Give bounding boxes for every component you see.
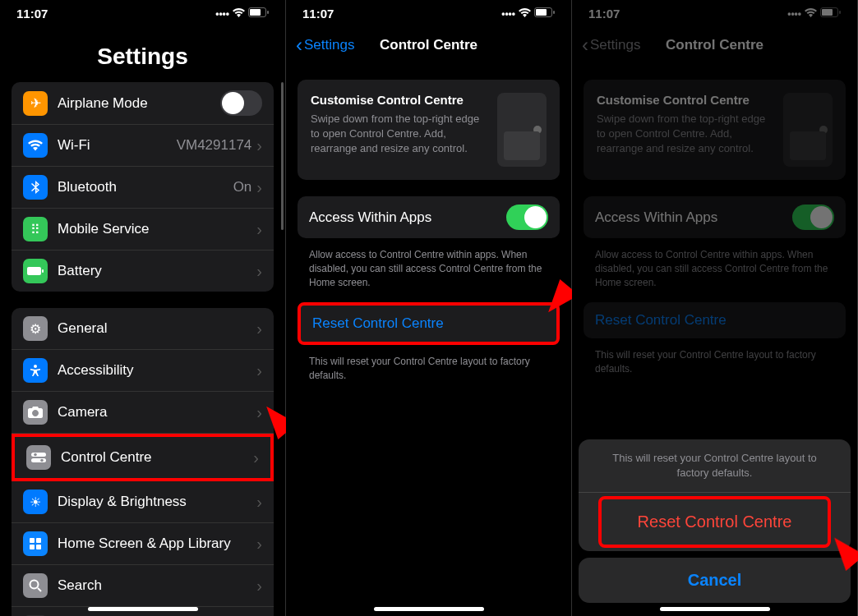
nav-title: Control Centre xyxy=(380,37,477,53)
home-indicator[interactable] xyxy=(88,607,198,611)
nav-bar: ‹ Settings Control Centre xyxy=(572,27,857,63)
accessibility-label: Accessibility xyxy=(58,362,256,379)
svg-point-5 xyxy=(34,365,37,368)
svg-rect-23 xyxy=(553,11,555,14)
airplane-toggle[interactable] xyxy=(220,90,262,116)
chevron-icon: › xyxy=(256,493,262,512)
status-time: 11:07 xyxy=(302,7,334,21)
chevron-icon: › xyxy=(256,361,262,380)
access-within-apps-row: Access Within Apps xyxy=(584,196,846,238)
chevron-icon: › xyxy=(256,220,262,239)
control-centre-screen: 11:07 •••• ‹ Settings Control Centre Cus… xyxy=(286,0,572,616)
battery-icon xyxy=(820,7,841,20)
access-toggle xyxy=(792,205,834,230)
status-bar: 11:07 •••• xyxy=(286,0,571,27)
reset-button: Reset Control Centre xyxy=(584,302,846,338)
settings-screen: 11:07 •••• Settings ✈ Airplane Mode Wi-F… xyxy=(0,0,286,616)
control-centre-row[interactable]: Control Centre › xyxy=(12,434,274,481)
nav-bar: ‹ Settings Control Centre xyxy=(286,27,571,63)
display-row[interactable]: ☀ Display & Brightness › xyxy=(12,481,274,523)
home-screen-row[interactable]: Home Screen & App Library › xyxy=(12,523,274,565)
bluetooth-value: On xyxy=(233,179,252,195)
svg-point-9 xyxy=(40,459,44,462)
home-indicator[interactable] xyxy=(660,607,770,611)
svg-point-8 xyxy=(34,453,37,457)
battery-icon xyxy=(248,7,269,20)
reset-section: Reset Control Centre xyxy=(298,302,560,345)
wifi-row[interactable]: Wi-Fi VM4291174 › xyxy=(12,125,274,167)
reset-description: This will reset your Control Centre layo… xyxy=(298,350,560,396)
svg-rect-22 xyxy=(536,9,547,16)
sheet-reset-button[interactable]: Reset Control Centre xyxy=(598,496,831,548)
reset-button[interactable]: Reset Control Centre xyxy=(301,306,556,342)
control-centre-icon xyxy=(26,445,51,470)
chevron-icon: › xyxy=(256,319,262,338)
battery-icon xyxy=(534,7,555,20)
chevron-icon: › xyxy=(256,136,262,155)
wifi-icon xyxy=(233,8,245,20)
status-icons: •••• xyxy=(215,7,269,20)
chevron-left-icon: ‹ xyxy=(296,34,302,57)
mobile-row[interactable]: ⠿ Mobile Service › xyxy=(12,209,274,251)
access-description: Allow access to Control Centre within ap… xyxy=(584,243,846,302)
general-section: ⚙ General › Accessibility › Camera › xyxy=(12,308,274,616)
svg-rect-3 xyxy=(27,267,41,275)
action-sheet: This will reset your Control Centre layo… xyxy=(572,433,857,616)
svg-line-15 xyxy=(38,588,41,591)
action-sheet-screen: 11:07 •••• ‹ Settings Control Centre Cus… xyxy=(572,0,858,616)
svg-rect-12 xyxy=(30,545,35,549)
bluetooth-row[interactable]: Bluetooth On › xyxy=(12,167,274,209)
status-bar: 11:07 •••• xyxy=(0,0,285,27)
svg-rect-13 xyxy=(36,545,41,549)
access-section: Access Within Apps xyxy=(584,196,846,238)
svg-rect-2 xyxy=(267,11,269,14)
home-screen-icon xyxy=(23,531,48,556)
status-icons: •••• xyxy=(501,7,555,20)
svg-rect-4 xyxy=(42,269,44,273)
general-row[interactable]: ⚙ General › xyxy=(12,308,274,350)
access-within-apps-row[interactable]: Access Within Apps xyxy=(298,196,560,238)
airplane-icon: ✈ xyxy=(23,91,48,116)
camera-label: Camera xyxy=(58,404,256,421)
svg-rect-1 xyxy=(250,9,261,16)
svg-rect-26 xyxy=(839,11,841,14)
camera-row[interactable]: Camera › xyxy=(12,392,274,434)
accessibility-row[interactable]: Accessibility › xyxy=(12,350,274,392)
chevron-icon: › xyxy=(256,535,262,554)
sheet-cancel-button[interactable]: Cancel xyxy=(579,558,851,603)
home-screen-label: Home Screen & App Library xyxy=(58,536,256,552)
reset-section: Reset Control Centre xyxy=(584,302,846,338)
reset-description: This will reset your Control Centre layo… xyxy=(584,343,846,389)
card-title: Customise Control Centre xyxy=(311,93,486,107)
airplane-row[interactable]: ✈ Airplane Mode xyxy=(12,82,274,125)
chevron-icon: › xyxy=(256,262,262,281)
back-button[interactable]: ‹ Settings xyxy=(296,34,354,57)
search-label: Search xyxy=(58,577,256,594)
access-toggle[interactable] xyxy=(506,205,548,230)
wifi-label: Wi-Fi xyxy=(58,137,177,154)
sheet-message: This will reset your Control Centre layo… xyxy=(579,439,851,493)
battery-row[interactable]: Battery › xyxy=(12,251,274,292)
cellular-icon: •••• xyxy=(215,8,229,20)
cellular-icon: •••• xyxy=(501,8,515,20)
scrollbar[interactable] xyxy=(281,82,284,230)
back-label: Settings xyxy=(590,37,640,53)
cellular-icon: •••• xyxy=(787,8,801,20)
access-section: Access Within Apps xyxy=(298,196,560,238)
camera-icon xyxy=(23,400,48,425)
chevron-icon: › xyxy=(256,178,262,197)
card-description: Swipe down from the top-right edge to op… xyxy=(597,112,772,157)
nav-title: Control Centre xyxy=(666,37,763,53)
search-row[interactable]: Search › xyxy=(12,565,274,607)
chevron-left-icon: ‹ xyxy=(582,34,588,57)
gear-icon: ⚙ xyxy=(23,316,48,341)
control-centre-label: Control Centre xyxy=(61,449,253,466)
connectivity-section: ✈ Airplane Mode Wi-Fi VM4291174 › Blueto… xyxy=(12,82,274,292)
customise-card: Customise Control Centre Swipe down from… xyxy=(298,80,560,180)
home-indicator[interactable] xyxy=(374,607,484,611)
customise-card: Customise Control Centre Swipe down from… xyxy=(584,80,846,180)
battery-icon xyxy=(23,259,48,283)
accessibility-icon xyxy=(23,358,48,383)
card-description: Swipe down from the top-right edge to op… xyxy=(311,112,486,157)
svg-rect-7 xyxy=(31,458,46,462)
